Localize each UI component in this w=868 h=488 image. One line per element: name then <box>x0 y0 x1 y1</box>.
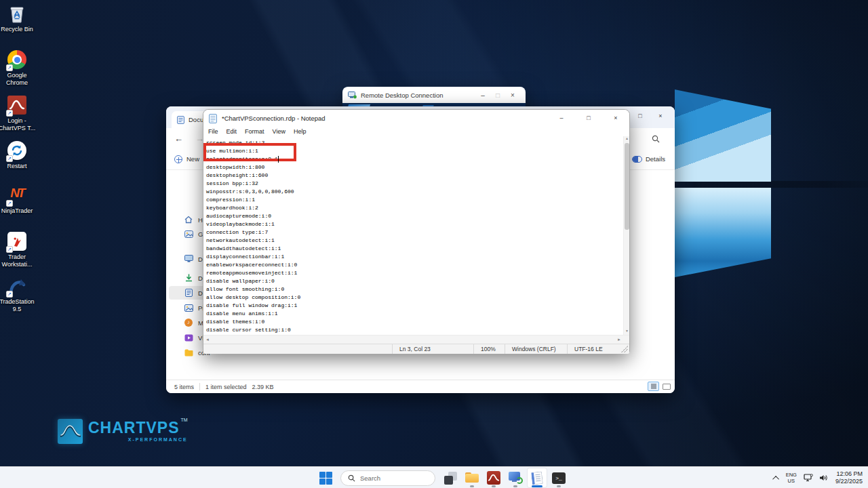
details-view-button[interactable] <box>648 382 659 391</box>
scroll-left-icon[interactable]: ◄ <box>205 336 210 344</box>
search-icon[interactable] <box>652 134 660 146</box>
pictures-icon <box>184 304 193 312</box>
desktop-icon-label: Google Chrome <box>0 72 38 87</box>
tray-overflow-chevron-icon[interactable] <box>772 475 779 482</box>
maximize-button[interactable]: □ <box>630 108 650 124</box>
taskbar-app-chartvps[interactable] <box>484 468 504 488</box>
gallery-icon <box>184 230 193 239</box>
file-explorer-icon <box>465 472 479 483</box>
desktop-icon-trader-workstation[interactable]: ↗ Trader Workstati... <box>0 231 38 268</box>
back-button[interactable]: ← <box>174 134 183 144</box>
text-line: allow font smoothing:i:0 <box>206 285 629 293</box>
desktop-icon-tradestation[interactable]: ↗ TradeStation 9.5 <box>0 277 38 313</box>
running-indicator <box>557 485 561 487</box>
brand-name: CHARTVPS <box>88 419 180 436</box>
scroll-up-icon[interactable]: ▲ <box>624 136 629 142</box>
videos-icon <box>184 333 193 342</box>
explorer-status-bar: 5 items 1 item selected 2.39 KB <box>166 380 675 393</box>
desktop-icon-login-chartvps[interactable]: ↗ Login - ChartVPS T... <box>0 95 38 132</box>
plus-icon <box>174 155 182 163</box>
items-count: 5 items <box>174 384 194 390</box>
notepad-status-bar: Ln 3, Col 23 100% Windows (CRLF) UTF-16 … <box>203 344 629 354</box>
text-line: disable menu anims:i:1 <box>206 310 629 318</box>
desktop-icon-recycle-bin[interactable]: Recycle Bin <box>0 4 38 33</box>
documents-icon <box>184 289 193 298</box>
document-icon <box>177 116 184 124</box>
search-icon <box>348 474 355 482</box>
details-toggle[interactable]: Details <box>632 155 665 163</box>
taskbar-search[interactable]: Search <box>340 470 435 486</box>
notepad-icon <box>531 471 543 485</box>
line-ending: Windows (CRLF) <box>505 344 567 354</box>
desktop-icon-google-chrome[interactable]: ↗ Google Chrome <box>0 49 38 87</box>
clock[interactable]: 12:06 PM 9/22/2025 <box>835 470 863 485</box>
desktop-icon-label: Restart <box>0 163 38 170</box>
selection-size: 2.39 KB <box>252 384 274 390</box>
desktop-icon-restart[interactable]: ↗ Restart <box>0 140 38 170</box>
terminal-icon: >_ <box>552 472 566 484</box>
new-button-label: New <box>186 155 199 163</box>
notepad-window[interactable]: *ChartVPSconnection.rdp - Notepad – □ × … <box>203 109 630 352</box>
close-button[interactable]: × <box>650 108 671 124</box>
taskbar: Search <box>0 466 868 488</box>
taskbar-app-remote-desktop[interactable] <box>505 468 526 488</box>
scroll-right-icon[interactable]: ► <box>617 336 621 344</box>
scroll-down-icon[interactable]: ▼ <box>624 329 629 335</box>
text-line: allow desktop composition:i:0 <box>206 293 629 302</box>
menu-format[interactable]: Format <box>245 128 264 135</box>
start-button[interactable] <box>315 468 336 488</box>
menu-help[interactable]: Help <box>294 128 307 135</box>
desktop-icon-label: Login - ChartVPS T... <box>0 117 38 132</box>
menu-file[interactable]: File <box>208 128 218 135</box>
minimize-button[interactable]: – <box>548 110 575 127</box>
desktop-icon-label: Trader Workstati... <box>0 253 38 268</box>
horizontal-scrollbar[interactable]: ◄ ► <box>203 335 629 344</box>
taskbar-app-notepad[interactable] <box>527 468 547 488</box>
home-icon <box>184 216 193 224</box>
vertical-scrollbar[interactable]: ▲ ▼ <box>623 136 629 335</box>
notepad-window-icon <box>209 114 217 123</box>
text-line: desktopwidth:i:800 <box>206 163 629 171</box>
text-line: disable cursor setting:i:0 <box>206 326 629 334</box>
chartvps-login-icon: ↗ <box>7 96 27 116</box>
recycle-bin-icon <box>7 4 27 24</box>
tradestation-icon: ↗ <box>7 277 27 297</box>
language-indicator[interactable]: ENG US <box>786 472 797 484</box>
restart-icon: ↗ <box>7 141 27 161</box>
new-button[interactable]: New <box>174 155 199 163</box>
text-line: disable wallpaper:i:0 <box>206 277 629 285</box>
folder-icon <box>184 348 193 357</box>
maximize-button[interactable]: □ <box>575 110 602 127</box>
active-indicator <box>532 485 542 487</box>
text-line: bandwidthautodetect:i:1 <box>206 245 629 253</box>
minimize-button[interactable]: – <box>475 92 490 99</box>
ninjatrader-icon: NT ↗ <box>7 186 27 206</box>
desktop-folder-icon <box>184 255 193 264</box>
taskbar-app-file-explorer[interactable] <box>462 468 482 488</box>
chartvps-logo-icon <box>58 419 83 444</box>
menu-edit[interactable]: Edit <box>226 128 237 135</box>
taskbar-app-task-view[interactable] <box>440 468 460 488</box>
desktop-icon-label: TradeStation 9.5 <box>0 298 38 313</box>
task-view-icon <box>444 472 457 485</box>
desktop-icon-ninjatrader[interactable]: NT ↗ NinjaTrader <box>0 186 38 215</box>
volume-icon[interactable] <box>819 474 828 482</box>
menu-view[interactable]: View <box>273 128 285 135</box>
cursor-position: Ln 3, Col 23 <box>392 344 473 354</box>
text-line: winposstr:s:0,3,0,0,800,600 <box>206 188 629 196</box>
desktop-icon-label: NinjaTrader <box>0 207 38 215</box>
notepad-menu-bar: File Edit Format View Help <box>203 127 629 136</box>
running-indicator <box>513 485 517 487</box>
text-line: keyboardhook:i:2 <box>206 204 629 212</box>
text-line: audiocapturemode:i:0 <box>206 212 629 220</box>
resize-grip[interactable] <box>621 346 628 352</box>
taskbar-app-terminal[interactable]: >_ <box>549 468 569 488</box>
details-label: Details <box>646 155 665 163</box>
scrollbar-thumb[interactable] <box>625 143 629 230</box>
chartvps-brand-logo: CHARTVPSTM X-PERFORMANCE <box>58 419 188 444</box>
notepad-text-area[interactable]: screen mode id:i:2 use multimon:i:1 sele… <box>203 136 629 335</box>
close-button[interactable]: × <box>505 92 520 99</box>
network-icon[interactable] <box>804 474 813 482</box>
large-icons-view-button[interactable] <box>663 384 671 390</box>
close-button[interactable]: × <box>602 110 629 127</box>
